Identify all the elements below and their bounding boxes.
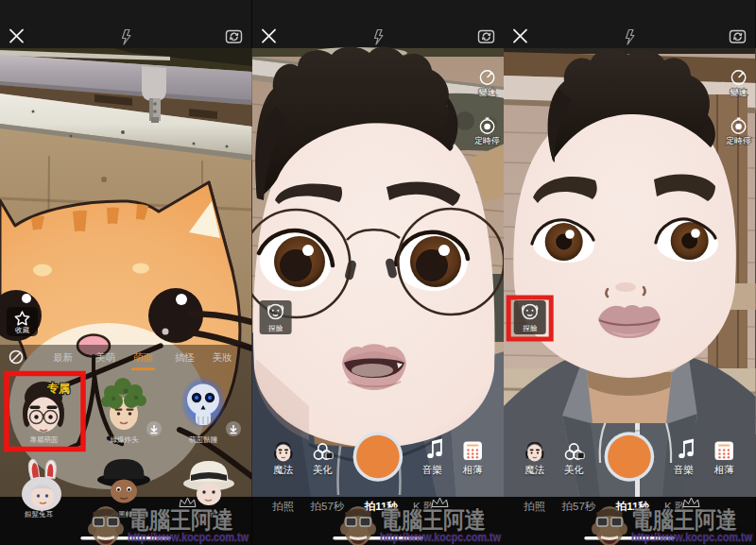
svg-text:相薄: 相薄 (461, 465, 482, 475)
svg-text:音樂: 音樂 (421, 465, 441, 475)
svg-text:綠爆炸头: 綠爆炸头 (111, 435, 139, 444)
svg-text:专属: 专属 (46, 382, 70, 395)
svg-text:拍57秒: 拍57秒 (561, 501, 596, 512)
svg-text:最新: 最新 (53, 352, 73, 363)
svg-text:收藏: 收藏 (15, 326, 29, 334)
svg-text:變速: 變速 (478, 88, 495, 97)
svg-text:美化: 美化 (564, 464, 584, 475)
svg-text:拍照: 拍照 (524, 501, 546, 513)
svg-text:銀髮兔耳: 銀髮兔耳 (25, 510, 53, 519)
svg-text:萌面骷髏: 萌面骷髏 (189, 435, 217, 444)
svg-text:定時停: 定時停 (726, 136, 751, 145)
svg-text:http://www.kocpc.com.tw: http://www.kocpc.com.tw (631, 530, 753, 544)
svg-text:美萌: 美萌 (95, 351, 115, 363)
svg-text:電腦王阿達: 電腦王阿達 (380, 506, 486, 533)
svg-text:電腦王阿達: 電腦王阿達 (128, 506, 233, 533)
svg-text:魔法: 魔法 (273, 465, 293, 475)
svg-text:美妝: 美妝 (213, 351, 232, 363)
svg-text:捏臉: 捏臉 (524, 324, 538, 332)
svg-text:音樂: 音樂 (674, 465, 694, 475)
svg-text:萌面: 萌面 (133, 352, 153, 363)
svg-text:電腦王阿達: 電腦王阿達 (631, 506, 737, 533)
svg-text:拍照: 拍照 (271, 501, 294, 513)
svg-text:http://www.kocpc.com.tw: http://www.kocpc.com.tw (380, 530, 502, 544)
svg-text:變速: 變速 (730, 88, 747, 97)
svg-text:http://www.kocpc.com.tw: http://www.kocpc.com.tw (128, 530, 249, 544)
svg-text:拍57秒: 拍57秒 (309, 501, 344, 512)
svg-text:定時停: 定時停 (474, 136, 500, 145)
svg-text:搞怪: 搞怪 (175, 352, 195, 363)
svg-text:專屬萌面: 專屬萌面 (30, 435, 59, 444)
svg-text:魔法: 魔法 (525, 465, 545, 475)
svg-text:相薄: 相薄 (713, 465, 734, 475)
svg-text:美化: 美化 (312, 464, 332, 475)
svg-text:捏臉: 捏臉 (268, 324, 283, 332)
